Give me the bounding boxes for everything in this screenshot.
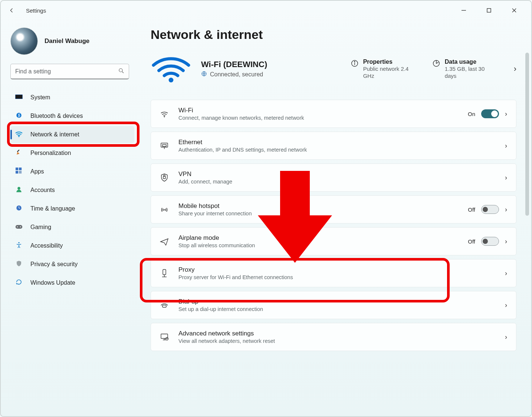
svg-rect-17 [16,225,22,229]
sidebar-item-label: Time & language [30,205,75,212]
system-icon [15,94,23,102]
svg-rect-29 [162,145,166,146]
privacy-icon [15,260,23,269]
svg-point-9 [18,136,19,137]
sidebar-item-time-language[interactable]: Time & language [10,200,134,217]
data-usage-link[interactable]: Data usage 1.35 GB, last 30 days [432,59,497,80]
wifi-status: Connected, secured [210,71,263,78]
chevron-right-icon: › [505,206,507,214]
time-language-icon [15,205,23,213]
hotspot-toggle[interactable] [481,205,499,214]
chevron-right-icon: › [505,142,507,150]
card-title: Ethernet [178,139,496,146]
network-hero[interactable]: Wi-Fi (DEEWINC) Connected, secured Prope… [151,53,516,85]
sidebar-item-label: Windows Update [30,279,75,286]
card-desc: Set up a dial-up internet connection [178,306,496,312]
svg-rect-36 [162,305,166,307]
sidebar-item-update[interactable]: Windows Update [10,274,134,291]
avatar [10,27,38,55]
search-icon [118,67,125,76]
svg-rect-14 [19,171,22,173]
back-button[interactable] [5,4,19,17]
card-title: Dial-up [178,298,496,305]
sidebar-item-system[interactable]: System [10,89,134,106]
chevron-right-icon: › [505,301,507,309]
card-proxy[interactable]: ProxyProxy server for Wi-Fi and Ethernet… [151,259,516,287]
personalization-icon [15,149,23,158]
properties-link[interactable]: Properties Public network 2.4 GHz [351,59,415,80]
sidebar: Daniel Wabuge System Bluetooth & devices [1,20,142,416]
chevron-right-icon: › [505,174,507,182]
svg-rect-10 [17,149,20,152]
user-name: Daniel Wabuge [45,37,89,45]
gaming-icon [15,224,23,231]
sidebar-item-accessibility[interactable]: Accessibility [10,237,134,254]
bluetooth-icon [15,112,23,120]
svg-rect-33 [163,269,166,275]
sidebar-item-accounts[interactable]: Accounts [10,182,134,199]
sidebar-item-label: Accounts [30,187,55,193]
toggle-label: On [468,111,475,117]
svg-rect-1 [487,9,491,12]
sidebar-item-personalization[interactable]: Personalization [10,145,134,162]
hotspot-icon [159,206,170,213]
apps-icon [15,168,23,176]
sidebar-item-label: Apps [30,168,44,175]
sidebar-item-label: Personalization [30,150,71,156]
minimize-button[interactable] [456,4,472,17]
title-bar: Settings [1,1,531,20]
svg-point-4 [119,69,122,72]
sidebar-item-label: Gaming [30,224,51,231]
card-ethernet[interactable]: EthernetAuthentication, IP and DNS setti… [151,132,516,160]
search-wrap [10,64,134,79]
nav-list: System Bluetooth & devices Network & int… [10,89,134,291]
wifi-toggle[interactable] [481,109,499,118]
sidebar-item-label: Privacy & security [30,261,78,268]
wifi-name: Wi-Fi (DEEWINC) [201,60,267,69]
maximize-button[interactable] [481,4,497,17]
card-advanced[interactable]: Advanced network settingsView all networ… [151,323,516,351]
card-desc: Connect, manage known networks, metered … [178,115,459,121]
dialup-icon [159,302,170,308]
card-desc: Authentication, IP and DNS settings, met… [178,147,496,153]
card-wifi[interactable]: Wi-FiConnect, manage known networks, met… [151,100,516,128]
card-title: Mobile hotspot [178,202,459,210]
search-input[interactable] [10,64,129,79]
svg-rect-13 [16,171,18,173]
airplane-icon [159,237,170,245]
svg-point-19 [20,226,21,227]
chevron-right-icon: › [505,333,507,341]
card-vpn[interactable]: VPNAdd, connect, manage › [151,163,516,192]
card-hotspot[interactable]: Mobile hotspotShare your internet connec… [151,195,516,224]
user-row[interactable]: Daniel Wabuge [10,27,134,55]
sidebar-item-privacy[interactable]: Privacy & security [10,256,134,273]
scrollbar[interactable] [525,53,529,409]
sidebar-item-label: Network & internet [30,131,79,138]
svg-point-15 [17,187,20,190]
wifi-icon [151,53,191,85]
sidebar-item-gaming[interactable]: Gaming [10,219,134,236]
scrollbar-thumb[interactable] [525,53,529,216]
properties-value: Public network 2.4 GHz [363,65,415,80]
card-title: Proxy [178,266,496,274]
settings-list: Wi-FiConnect, manage known networks, met… [151,100,516,351]
vpn-icon [159,173,170,182]
sidebar-item-bluetooth[interactable]: Bluetooth & devices [10,107,134,125]
svg-point-32 [164,209,165,210]
window-controls [456,4,527,17]
card-dialup[interactable]: Dial-upSet up a dial-up internet connect… [151,291,516,319]
airplane-toggle[interactable] [481,237,499,246]
close-button[interactable] [506,4,522,17]
card-airplane[interactable]: Airplane modeStop all wireless communica… [151,227,516,255]
card-title: Airplane mode [178,234,459,242]
sidebar-item-network[interactable]: Network & internet [10,126,134,143]
svg-rect-7 [16,95,22,99]
toggle-label: Off [468,238,475,245]
globe-icon [201,71,207,78]
network-icon [15,130,23,139]
sidebar-item-apps[interactable]: Apps [10,163,134,180]
app-title: Settings [26,7,46,14]
svg-line-5 [122,72,124,73]
proxy-icon [159,269,170,278]
sidebar-item-label: Accessibility [30,242,63,249]
